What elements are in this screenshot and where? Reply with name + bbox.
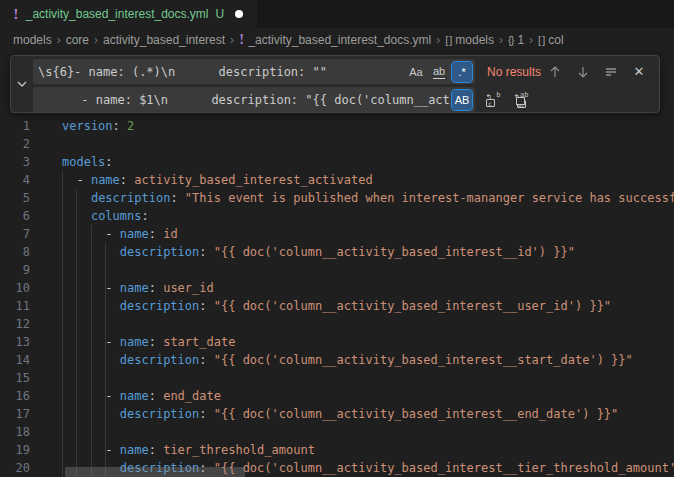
horizontal-scrollbar[interactable] <box>65 467 245 477</box>
code-line[interactable]: 7 - name: id <box>0 225 674 243</box>
arrow-down-icon <box>576 65 590 79</box>
code-editor[interactable]: 1version: 223models:4 - name: activity_b… <box>0 115 674 477</box>
breadcrumb-label: col <box>548 33 563 47</box>
breadcrumb-label: models <box>13 33 52 47</box>
find-query-text: \s{6}- name: (.*)\n description: "" <box>38 65 406 79</box>
line-content <box>30 369 62 387</box>
replace-all-button[interactable]: ↰ ab ac <box>511 90 531 110</box>
replace-row: - name: $1\n description: "{{ doc('colum… <box>33 87 655 112</box>
line-number[interactable]: 19 <box>0 441 30 459</box>
line-number[interactable]: 4 <box>0 171 30 189</box>
code-line[interactable]: 2 <box>0 135 674 153</box>
line-number[interactable]: 12 <box>0 315 30 333</box>
indent-guide <box>62 171 63 477</box>
line-content: - name: start_date <box>30 333 235 351</box>
code-line[interactable]: 6 columns: <box>0 207 674 225</box>
code-line[interactable]: 19 - name: tier_threshold_amount <box>0 441 674 459</box>
yaml-file-icon: ! <box>13 7 19 22</box>
replace-input[interactable]: - name: $1\n description: "{{ doc('colum… <box>33 87 475 112</box>
breadcrumb-separator: › <box>230 33 234 47</box>
replace-all-icon: ↰ ab ac <box>514 92 529 107</box>
line-content <box>30 315 62 333</box>
line-number[interactable]: 2 <box>0 135 30 153</box>
line-content: description: "{{ doc('column__activity_b… <box>30 297 611 315</box>
symbol-array-icon: [ ] <box>445 34 451 46</box>
line-content: columns: <box>30 207 149 225</box>
selection-icon <box>604 65 618 79</box>
next-match-button[interactable] <box>573 62 593 82</box>
indent-guide <box>91 225 92 477</box>
code-line[interactable]: 11 description: "{{ doc('column__activit… <box>0 297 674 315</box>
line-number[interactable]: 9 <box>0 261 30 279</box>
code-line[interactable]: 10 - name: user_id <box>0 279 674 297</box>
find-replace-widget: \s{6}- name: (.*)\n description: "" Aa a… <box>10 55 660 113</box>
line-number[interactable]: 14 <box>0 351 30 369</box>
breadcrumb-label: activity_based_interest <box>103 33 225 47</box>
line-number[interactable]: 18 <box>0 423 30 441</box>
line-number[interactable]: 16 <box>0 387 30 405</box>
line-content <box>30 423 62 441</box>
find-options: Aa ab .* <box>406 62 472 82</box>
code-line[interactable]: 5 description: "This event is published … <box>0 189 674 207</box>
code-line[interactable]: 8 description: "{{ doc('column__activity… <box>0 243 674 261</box>
line-number[interactable]: 5 <box>0 189 30 207</box>
find-in-selection-button[interactable] <box>601 62 621 82</box>
find-input[interactable]: \s{6}- name: (.*)\n description: "" Aa a… <box>33 59 475 84</box>
line-number[interactable]: 10 <box>0 279 30 297</box>
indent-guide <box>76 189 77 477</box>
line-number[interactable]: 15 <box>0 369 30 387</box>
breadcrumb-item[interactable]: [ ]models <box>445 33 494 47</box>
breadcrumb-item[interactable]: core <box>66 33 89 47</box>
code-line[interactable]: 12 <box>0 315 674 333</box>
breadcrumb-item[interactable]: {}1 <box>508 33 524 47</box>
breadcrumb-separator: › <box>436 33 440 47</box>
breadcrumb-item[interactable]: !_activity_based_interest_docs.yml <box>239 33 431 47</box>
line-number[interactable]: 1 <box>0 117 30 135</box>
code-line[interactable]: 4 - name: activity_based_interest_activa… <box>0 171 674 189</box>
code-line[interactable]: 18 <box>0 423 674 441</box>
line-number[interactable]: 3 <box>0 153 30 171</box>
code-line[interactable]: 14 description: "{{ doc('column__activit… <box>0 351 674 369</box>
line-number[interactable]: 17 <box>0 405 30 423</box>
whole-word-button[interactable]: ab <box>429 62 449 82</box>
line-content: version: 2 <box>30 117 134 135</box>
code-line[interactable]: 16 - name: end_date <box>0 387 674 405</box>
tab-filename: _activity_based_interest_docs.yml <box>26 7 209 21</box>
line-number[interactable]: 13 <box>0 333 30 351</box>
close-find-widget-button[interactable]: ✕ <box>629 62 649 82</box>
editor-tab[interactable]: ! _activity_based_interest_docs.yml U <box>0 0 257 28</box>
line-content: description: "This event is published wh… <box>30 189 674 207</box>
line-number[interactable]: 7 <box>0 225 30 243</box>
line-content: - name: user_id <box>30 279 214 297</box>
replace-button[interactable]: ↰ b c <box>483 90 503 110</box>
toggle-replace-button[interactable] <box>11 56 33 112</box>
line-number[interactable]: 20 <box>0 459 30 477</box>
line-content: - name: tier_threshold_amount <box>30 441 315 459</box>
line-content: description: "{{ doc('column__activity_b… <box>30 405 618 423</box>
match-case-button[interactable]: Aa <box>406 62 426 82</box>
line-content: - name: end_date <box>30 387 221 405</box>
code-line[interactable]: 17 description: "{{ doc('column__activit… <box>0 405 674 423</box>
indent-guide <box>105 243 106 477</box>
preserve-case-button[interactable]: AB <box>452 90 472 110</box>
breadcrumb-item[interactable]: activity_based_interest <box>103 33 225 47</box>
line-number[interactable]: 11 <box>0 297 30 315</box>
code-line[interactable]: 15 <box>0 369 674 387</box>
line-content <box>30 261 62 279</box>
unsaved-changes-dot[interactable] <box>235 10 243 18</box>
line-number[interactable]: 8 <box>0 243 30 261</box>
code-line[interactable]: 13 - name: start_date <box>0 333 674 351</box>
replace-options: AB <box>452 90 472 110</box>
regex-button[interactable]: .* <box>452 62 472 82</box>
line-content: description: "{{ doc('column__activity_b… <box>30 243 575 261</box>
chevron-down-icon <box>16 78 28 90</box>
breadcrumb-item[interactable]: [ ]col <box>538 33 564 47</box>
breadcrumb-item[interactable]: models <box>13 33 52 47</box>
code-line[interactable]: 3models: <box>0 153 674 171</box>
line-number[interactable]: 6 <box>0 207 30 225</box>
code-line[interactable]: 9 <box>0 261 674 279</box>
code-line[interactable]: 1version: 2 <box>0 117 674 135</box>
line-content: models: <box>30 153 113 171</box>
previous-match-button[interactable] <box>545 62 565 82</box>
find-row: \s{6}- name: (.*)\n description: "" Aa a… <box>33 59 655 84</box>
